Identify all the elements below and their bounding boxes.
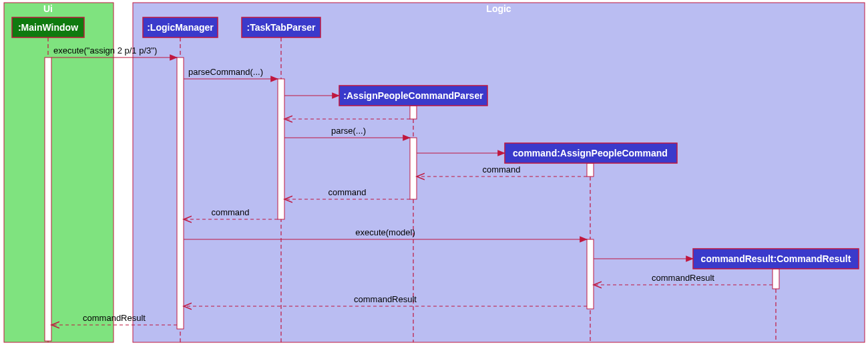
msg-execute-model-label: execute(model) — [355, 227, 415, 237]
group-logic-label: Logic — [486, 3, 511, 14]
activation-apc-execute — [587, 239, 594, 309]
msg-parse-label: parse(...) — [331, 126, 366, 136]
sequence-diagram: Ui Logic :MainWindow :LogicManager :Task… — [0, 0, 868, 345]
participant-mainwindow-label: :MainWindow — [18, 22, 78, 33]
participant-tasktabparser-label: :TaskTabParser — [247, 22, 316, 33]
msg-return-cr-3-label: commandResult — [83, 313, 146, 323]
group-ui-label: Ui — [43, 3, 53, 14]
msg-parsecommand-label: parseCommand(...) — [188, 67, 263, 77]
activation-logicmanager — [177, 58, 184, 329]
participant-apcp-label: :AssignPeopleCommandParser — [343, 90, 483, 101]
msg-return-cr-2-label: commandResult — [354, 294, 417, 304]
activation-apc-create — [587, 163, 594, 177]
participant-logicmanager-label: :LogicManager — [147, 22, 214, 33]
participant-apc-label: command:AssignPeopleCommand — [513, 148, 668, 158]
msg-return-command-3-label: command — [211, 207, 249, 217]
msg-return-cr-1-label: commandResult — [652, 273, 714, 283]
activation-mainwindow — [45, 58, 51, 341]
msg-return-command-1-label: command — [482, 164, 520, 175]
msg-execute-label: execute("assign 2 p/1 p/3") — [53, 45, 157, 55]
participant-cr-label: commandResult:CommandResult — [701, 253, 851, 264]
activation-tasktabparser — [278, 79, 284, 219]
activation-commandresult — [773, 269, 779, 289]
activation-apcp-parse — [410, 138, 417, 199]
msg-return-command-2-label: command — [328, 187, 366, 197]
activation-apcp-create — [410, 106, 417, 119]
